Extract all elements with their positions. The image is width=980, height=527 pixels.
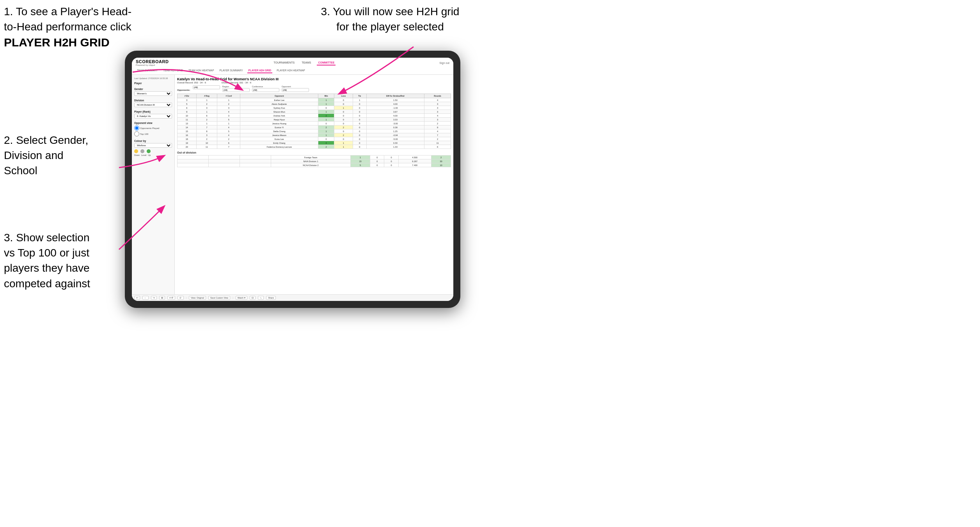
tablet-screen: SCOREBOARD Powered by clippd TOURNAMENTS… <box>132 58 453 301</box>
radio-opponents-played[interactable]: Opponents Played <box>134 126 172 131</box>
table-row: 19 10 6 Emily Chang 4 1 0 0.30 11 <box>178 141 451 145</box>
table-row: 15 8 5 Stella Cheng 1 0 0 1.25 4 <box>178 129 451 133</box>
col-rounds: Rounds <box>424 94 451 98</box>
region-filter-select[interactable]: (All) <box>222 88 250 92</box>
sub-team-h2h-heatmap[interactable]: TEAM H2H HEATMAP <box>187 68 215 73</box>
opponent-filter-select[interactable]: (All) <box>282 88 309 92</box>
col-div: # Div <box>178 94 197 98</box>
sidebar-gender-section: Gender Women's Men's <box>134 88 172 96</box>
logo-text: SCOREBOARD <box>136 59 169 64</box>
toolbar-sep2: | <box>233 297 233 299</box>
table-row: 6 3 3 Sydney Kuo 0 1 0 -1.00 3 <box>178 106 451 110</box>
toolbar-timer[interactable]: ⏱ <box>178 296 184 300</box>
sub-player-h2h-grid[interactable]: PLAYER H2H GRID <box>247 68 273 73</box>
instruction-top-left: 1. To see a Player's Head- to-Head perfo… <box>4 4 133 51</box>
toolbar-sort[interactable]: ↑↓ <box>258 296 264 300</box>
gender-select[interactable]: Women's Men's <box>134 91 172 96</box>
out-div-row: NCAA Division 2 5 0 0 7.400 10 <box>178 163 451 167</box>
col-conf: # Conf <box>217 94 240 98</box>
toolbar-view-original[interactable]: View: Original <box>189 296 206 300</box>
toolbar-undo[interactable]: ↩ <box>134 296 140 300</box>
radio-top-100[interactable]: Top 100 <box>134 131 172 136</box>
sub-nav: TEAM SUMMARY TEAM H2H GRID TEAM H2H HEAT… <box>136 67 449 74</box>
panel-records: Overall Record: 353 - 34 - 6 Division Re… <box>177 81 451 84</box>
colour-select[interactable]: Win/loss <box>134 143 172 148</box>
filter-opponent: Opponent (All) <box>282 85 309 92</box>
nav-tournaments[interactable]: TOURNAMENTS <box>272 60 296 65</box>
main-content: Last Updated: 27/03/2024 16:55:38 Player… <box>132 75 453 294</box>
table-row: 5 2 2 Alexis Sudjianto 1 0 0 4.00 3 <box>178 102 451 106</box>
table-row: 10 6 3 Andrea York 2 0 0 4.00 4 <box>178 114 451 118</box>
tablet-device: SCOREBOARD Powered by clippd TOURNAMENTS… <box>125 51 460 308</box>
conference-filter-select[interactable]: (All) <box>252 88 279 92</box>
nav-bar: SCOREBOARD Powered by clippd TOURNAMENTS… <box>132 58 453 75</box>
sub-player-h2h-heatmap[interactable]: PLAYER H2H HEATMAP <box>275 68 306 73</box>
out-div-row: NAIA Division 1 15 0 0 9.267 30 <box>178 159 451 163</box>
nav-teams[interactable]: TEAMS <box>300 60 312 65</box>
toolbar-watch[interactable]: Watch ▾ <box>236 296 247 300</box>
toolbar-refresh[interactable]: ↩↺ <box>167 296 175 300</box>
sidebar-division-section: Division NCAA Division III NCAA Division… <box>134 99 172 107</box>
col-diff: Diff Av Strokes/Rnd <box>366 94 424 98</box>
toolbar-back[interactable]: ← <box>142 296 149 300</box>
out-div-table: Foreign Team 1 0 0 4.500 2 NAIA Division… <box>177 155 451 167</box>
toolbar-grid[interactable]: ⊞ <box>159 296 165 300</box>
sub-player-summary[interactable]: PLAYER SUMMARY <box>218 68 244 73</box>
data-table: # Div # Reg # Conf Opponent Win Loss Tie… <box>177 94 451 149</box>
instruction-top-right: 3. You will now see H2H grid for the pla… <box>304 4 476 34</box>
table-row: 3 1 1 Esther Lee 1 0 1 1.50 4 <box>178 98 451 102</box>
content-panel: Katelyn Vo Head-to-Head Grid for Women's… <box>175 75 453 294</box>
division-select[interactable]: NCAA Division III NCAA Division I <box>134 103 172 107</box>
instruction-mid-left: 2. Select Gender, Division and School <box>4 133 121 179</box>
sidebar-player-section: Player <box>134 82 172 85</box>
table-row: 18 2 2 Euna Lee 0 0 0 -5.00 2 <box>178 137 451 141</box>
table-row: 14 7 4 Eunice Yi 2 2 0 0.38 9 <box>178 126 451 129</box>
table-row: 13 1 1 Jessica Huang 0 0 0 -3.00 2 <box>178 122 451 126</box>
radio-group: Opponents Played Top 100 <box>134 126 172 136</box>
dot-level <box>140 149 144 153</box>
opponents-label: Opponents: <box>177 89 190 92</box>
sidebar: Last Updated: 27/03/2024 16:55:38 Player… <box>132 75 175 294</box>
sidebar-player-rank-section: Player (Rank) 8. Katelyn Vo <box>134 110 172 118</box>
dot-up <box>147 149 151 153</box>
col-tie: Tie <box>353 94 366 98</box>
col-reg: # Reg <box>196 94 217 98</box>
toolbar: ↩ ← ↪ ⊞ ↩↺ ⏱ | View: Original Save Custo… <box>132 294 453 301</box>
table-row: 9 1 4 Sharon Mun 1 0 0 3.67 3 <box>178 110 451 114</box>
sub-team-summary[interactable]: TEAM SUMMARY <box>136 68 159 73</box>
filter-region: Region (All) <box>222 85 250 92</box>
table-row: 20 11 7 Federica Domecq Lacroze 2 1 0 1.… <box>178 145 451 149</box>
logo-area: SCOREBOARD Powered by clippd <box>136 59 169 66</box>
table-row: 16 3 4 Jessica Mason 1 2 0 -0.94 7 <box>178 133 451 137</box>
nav-links: TOURNAMENTS TEAMS COMMITTEE <box>272 60 336 65</box>
nav-top: SCOREBOARD Powered by clippd TOURNAMENTS… <box>136 59 449 67</box>
out-div-title: Out of division <box>177 151 451 154</box>
col-loss: Loss <box>334 94 353 98</box>
toolbar-share[interactable]: Share <box>266 296 276 300</box>
player-rank-select[interactable]: 8. Katelyn Vo <box>134 114 172 118</box>
filter-section: Opponents: (All) Region (All) Conference <box>177 85 451 92</box>
toolbar-download[interactable]: ⊡ <box>250 296 256 300</box>
out-div-row: Foreign Team 1 0 0 4.500 2 <box>178 156 451 159</box>
toolbar-save-view[interactable]: Save Custom View <box>208 296 230 300</box>
toolbar-sep1: | <box>186 297 187 299</box>
sign-out-link[interactable]: Sign out <box>439 62 449 64</box>
col-win: Win <box>318 94 334 98</box>
toolbar-redo[interactable]: ↪ <box>151 296 157 300</box>
panel-title: Katelyn Vo Head-to-Head Grid for Women's… <box>177 77 451 81</box>
filter-conference: Conference (All) <box>252 85 279 92</box>
instruction-bot-left: 3. Show selection vs Top 100 or just pla… <box>4 230 121 291</box>
sidebar-timestamp: Last Updated: 27/03/2024 16:55:38 <box>134 77 172 80</box>
colour-dots <box>134 149 172 153</box>
table-row: 11 2 5 Heejo Hyun 1 0 0 3.33 3 <box>178 118 451 122</box>
dot-down <box>134 149 138 153</box>
filter-opponents: (All) <box>193 85 220 92</box>
opponents-filter-select[interactable]: (All) <box>193 85 220 89</box>
sub-team-h2h-grid[interactable]: TEAM H2H GRID <box>162 68 184 73</box>
colour-labels: Down Level Up <box>134 154 172 156</box>
col-opponent: Opponent <box>240 94 318 98</box>
sidebar-opponent-view-section: Opponent view Opponents Played Top 100 <box>134 122 172 136</box>
nav-committee[interactable]: COMMITTEE <box>317 60 336 65</box>
colour-section: Colour by Win/loss Down Level Up <box>134 140 172 156</box>
logo-sub: Powered by clippd <box>136 64 169 66</box>
